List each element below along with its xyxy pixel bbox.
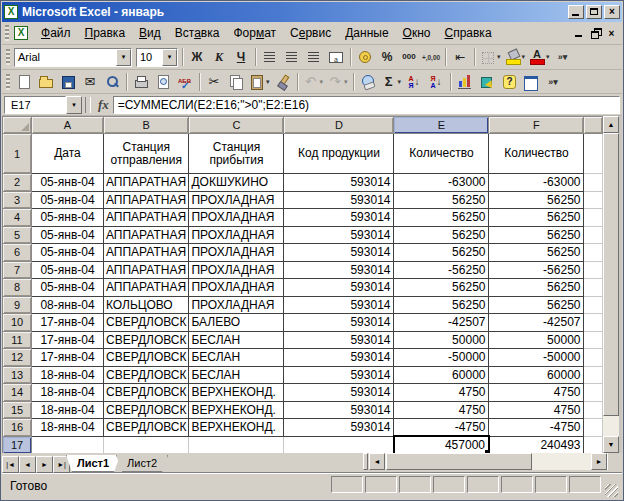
cell-extra[interactable] xyxy=(584,134,603,174)
insert-hyperlink-button[interactable] xyxy=(357,72,379,92)
font-name-combo[interactable]: Arial ▾ xyxy=(14,48,132,67)
open-button[interactable] xyxy=(35,72,57,92)
cell-E13[interactable]: 60000 xyxy=(394,366,489,384)
cell-C10[interactable]: БАЛЕВО xyxy=(189,314,284,332)
cell-E9[interactable]: 56250 xyxy=(394,296,489,314)
scroll-left-button[interactable]: ◄ xyxy=(369,453,385,470)
cell-F11[interactable]: 50000 xyxy=(489,331,584,349)
format-painter-button[interactable] xyxy=(272,72,294,92)
drawing-button[interactable] xyxy=(476,72,498,92)
row-header-14[interactable]: 14 xyxy=(3,384,32,402)
cell-A3[interactable]: 05-янв-04 xyxy=(32,191,104,209)
cell-A5[interactable]: 05-янв-04 xyxy=(32,226,104,244)
close-button[interactable]: × xyxy=(604,5,620,19)
cell-C1[interactable]: Станция прибытия xyxy=(189,134,284,174)
cell-B4[interactable]: АППАРАТНАЯ xyxy=(104,209,189,227)
horizontal-scroll-thumb[interactable] xyxy=(386,453,532,470)
cell-extra[interactable] xyxy=(584,401,603,419)
cell-E15[interactable]: 4750 xyxy=(394,401,489,419)
cell-B7[interactable]: АППАРАТНАЯ xyxy=(104,261,189,279)
column-header-F[interactable]: F xyxy=(489,117,584,134)
cell-extra[interactable] xyxy=(584,244,603,262)
font-size-combo[interactable]: 10 ▾ xyxy=(136,48,178,67)
menu-file[interactable]: Файл xyxy=(34,23,78,43)
cell-A15[interactable]: 18-янв-04 xyxy=(32,401,104,419)
cell-F2[interactable]: -63000 xyxy=(489,174,584,192)
cell-C13[interactable]: БЕСЛАН xyxy=(189,366,284,384)
cell-extra[interactable] xyxy=(584,191,603,209)
title-bar[interactable]: X Microsoft Excel - январь × xyxy=(2,2,622,22)
row-header-16[interactable]: 16 xyxy=(3,419,32,437)
cell-C2[interactable]: ДОКШУКИНО xyxy=(189,174,284,192)
chevron-down-icon[interactable]: ▾ xyxy=(162,49,177,66)
cell-A8[interactable]: 05-янв-04 xyxy=(32,279,104,297)
cut-button[interactable]: ✂ xyxy=(203,72,225,92)
cell-B8[interactable]: АППАРАТНАЯ xyxy=(104,279,189,297)
row-header-11[interactable]: 11 xyxy=(3,331,32,349)
cell-extra[interactable] xyxy=(584,226,603,244)
cell-D14[interactable]: 593014 xyxy=(284,384,394,402)
cell-D16[interactable]: 593014 xyxy=(284,419,394,437)
toolbar-grip[interactable] xyxy=(6,49,10,65)
cell-D4[interactable]: 593014 xyxy=(284,209,394,227)
cell-extra[interactable] xyxy=(584,261,603,279)
bold-button[interactable]: Ж xyxy=(186,47,208,67)
undo-button[interactable]: ↶▾ xyxy=(301,72,326,92)
cell-B6[interactable]: АППАРАТНАЯ xyxy=(104,244,189,262)
cell-F3[interactable]: 56250 xyxy=(489,191,584,209)
cell-E8[interactable]: 56250 xyxy=(394,279,489,297)
cell-C15[interactable]: ВЕРХНЕКОНД. xyxy=(189,401,284,419)
cell-E3[interactable]: 56250 xyxy=(394,191,489,209)
cell-E12[interactable]: -50000 xyxy=(394,349,489,367)
cell-D15[interactable]: 593014 xyxy=(284,401,394,419)
cell-A2[interactable]: 05-янв-04 xyxy=(32,174,104,192)
cell-F9[interactable]: 56250 xyxy=(489,296,584,314)
row-header-13[interactable]: 13 xyxy=(3,366,32,384)
sheet-tab-Лист2[interactable]: Лист2 xyxy=(116,455,168,472)
cell-C6[interactable]: ПРОХЛАДНАЯ xyxy=(189,244,284,262)
italic-button[interactable]: К xyxy=(208,47,230,67)
borders-button[interactable]: ▾ xyxy=(478,47,503,67)
row-header-4[interactable]: 4 xyxy=(3,209,32,227)
menu-tools[interactable]: Сервис xyxy=(283,23,338,43)
cell-B2[interactable]: АППАРАТНАЯ xyxy=(104,174,189,192)
workbook-minimize-button[interactable] xyxy=(572,26,587,40)
chart-wizard-button[interactable] xyxy=(454,72,476,92)
row-header-12[interactable]: 12 xyxy=(3,349,32,367)
active-cell-E17[interactable]: 457000 xyxy=(394,436,489,453)
align-center-button[interactable] xyxy=(281,47,303,67)
cell-E1[interactable]: Количество xyxy=(394,134,489,174)
cell-A6[interactable]: 05-янв-04 xyxy=(32,244,104,262)
cell-D2[interactable]: 593014 xyxy=(284,174,394,192)
cell-extra[interactable] xyxy=(584,331,603,349)
cell-F16[interactable]: -4750 xyxy=(489,419,584,437)
row-header-2[interactable]: 2 xyxy=(3,174,32,192)
formula-input[interactable]: =СУММЕСЛИ(E2:E16;">0";E2:E16) xyxy=(113,96,620,114)
merge-center-button[interactable] xyxy=(325,47,347,67)
cell-extra[interactable] xyxy=(584,296,603,314)
horizontal-scrollbar[interactable]: ◄ ► xyxy=(369,453,607,470)
cell-A12[interactable]: 17-янв-04 xyxy=(32,349,104,367)
cell-A13[interactable]: 18-янв-04 xyxy=(32,366,104,384)
sort-descending-button[interactable]: ЯА↓ xyxy=(425,72,447,92)
first-sheet-button[interactable]: |◄ xyxy=(2,456,19,473)
currency-style-button[interactable] xyxy=(354,47,376,67)
font-color-button[interactable]: A▾ xyxy=(527,47,552,67)
workbook-restore-button[interactable] xyxy=(588,26,603,40)
cell-D1[interactable]: Код продукции xyxy=(284,134,394,174)
row-header-10[interactable]: 10 xyxy=(3,314,32,332)
cell-A9[interactable]: 08-янв-04 xyxy=(32,296,104,314)
cell-extra[interactable] xyxy=(584,436,603,453)
sort-ascending-button[interactable]: АЯ↓ xyxy=(403,72,425,92)
scroll-right-button[interactable]: ► xyxy=(591,453,607,470)
cell-F4[interactable]: 56250 xyxy=(489,209,584,227)
resize-grip[interactable] xyxy=(605,484,618,497)
row-header-15[interactable]: 15 xyxy=(3,401,32,419)
name-box-dropdown[interactable]: ▾ xyxy=(66,96,82,114)
cell-B17[interactable] xyxy=(104,436,189,453)
cell-F12[interactable]: -50000 xyxy=(489,349,584,367)
cell-F8[interactable]: 56250 xyxy=(489,279,584,297)
scroll-up-button[interactable]: ▲ xyxy=(603,116,619,133)
row-header-9[interactable]: 9 xyxy=(3,296,32,314)
cell-D12[interactable]: 593014 xyxy=(284,349,394,367)
